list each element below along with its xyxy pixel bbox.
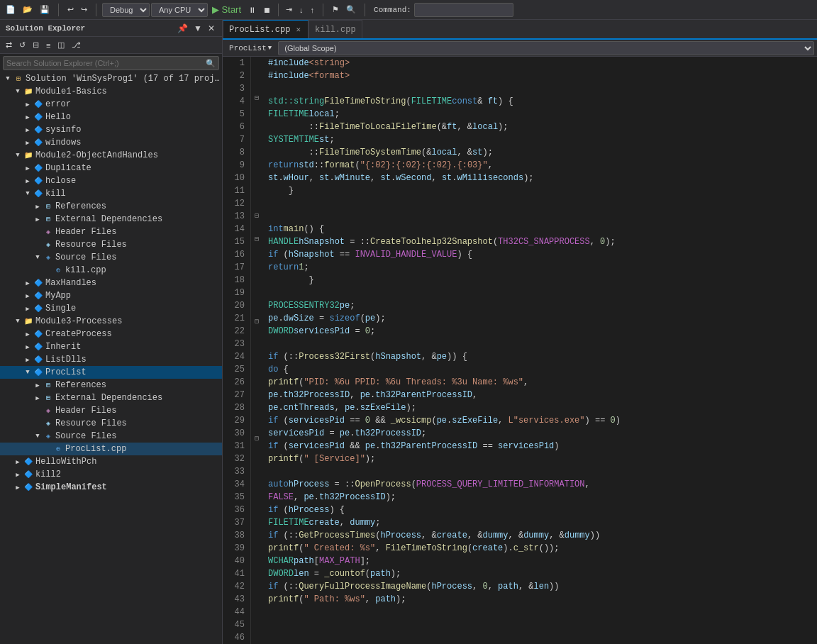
tree-label: Module3-Processes bbox=[35, 316, 122, 326]
code-line-20: PROCESSENTRY32 pe; bbox=[268, 299, 817, 312]
code-line-33 bbox=[268, 465, 817, 478]
tree-item-maxhandles[interactable]: ▶ 🔷 MaxHandles bbox=[0, 277, 222, 289]
gutter-collapse-main[interactable]: ⊟ bbox=[251, 209, 262, 221]
project-icon: 🔷 bbox=[33, 367, 44, 378]
bookmark-btn[interactable]: ⚑ bbox=[329, 4, 342, 16]
tree-item-proclist[interactable]: ▼ 🔷 ProcList bbox=[0, 366, 222, 379]
project-icon: 🔷 bbox=[23, 469, 34, 480]
tree-item-kill-source[interactable]: ▼ ◈ Source Files bbox=[0, 251, 222, 264]
tree-item-createprocess[interactable]: ▶ 🔷 CreateProcess bbox=[0, 328, 222, 340]
tree-item-kill-references[interactable]: ▶ ⊞ References bbox=[0, 200, 222, 213]
step-out-btn[interactable]: ↑ bbox=[308, 4, 318, 16]
redo-btn[interactable]: ↪ bbox=[78, 4, 90, 16]
gutter-collapse-func[interactable]: ⊟ bbox=[251, 92, 262, 104]
tree-label: Duplicate bbox=[45, 163, 91, 173]
stop-btn[interactable]: ⏹ bbox=[260, 4, 274, 16]
props-btn[interactable]: ≡ bbox=[43, 40, 53, 51]
breadcrumb-proclist[interactable]: ProcList ▼ bbox=[226, 41, 275, 55]
tree-label: sysinfo bbox=[45, 125, 81, 135]
tree-item-module1[interactable]: ▼ 📁 Module1-Basics bbox=[0, 85, 222, 98]
tree-item-solution[interactable]: ▼ ⊞ Solution 'WinSysProg1' (17 of 17 pro… bbox=[0, 72, 222, 85]
code-line-23 bbox=[268, 338, 817, 350]
expand-icon: ▶ bbox=[23, 342, 33, 352]
tree-item-hclose[interactable]: ▶ 🔷 hclose bbox=[0, 174, 222, 187]
gutter-collapse-if1[interactable]: ⊟ bbox=[251, 233, 262, 245]
expand-icon: ▶ bbox=[13, 482, 23, 492]
tab-proclist[interactable]: ProcList.cpp ✕ bbox=[223, 20, 309, 38]
tree-item-proclist-cpp[interactable]: ⊕ ProcList.cpp bbox=[0, 443, 222, 455]
sep2 bbox=[96, 4, 96, 16]
expand-icon: ▼ bbox=[23, 367, 33, 377]
step-into-btn[interactable]: ↓ bbox=[296, 4, 306, 16]
tree-item-kill-headers[interactable]: ◈ Header Files bbox=[0, 226, 222, 238]
gutter-20 bbox=[251, 327, 262, 339]
start-button[interactable]: ▶ Start bbox=[209, 3, 244, 16]
tree-item-proclist-references[interactable]: ▶ ⊞ References bbox=[0, 379, 222, 392]
tree-item-inherit[interactable]: ▶ 🔷 Inherit bbox=[0, 340, 222, 353]
collapse-panel-btn[interactable]: ▼ bbox=[192, 23, 204, 33]
pin-btn[interactable]: 📌 bbox=[176, 23, 189, 33]
tree-item-duplicate[interactable]: ▶ 🔷 Duplicate bbox=[0, 162, 222, 174]
code-line-19 bbox=[268, 287, 817, 299]
cpu-dropdown[interactable]: Any CPU bbox=[151, 3, 208, 17]
tab-close-proclist[interactable]: ✕ bbox=[294, 25, 302, 34]
tree-item-hello[interactable]: ▶ 🔷 Hello bbox=[0, 111, 222, 123]
collapse-all-btn[interactable]: ⊟ bbox=[30, 39, 42, 51]
tree-item-kill[interactable]: ▼ 🔷 kill bbox=[0, 187, 222, 200]
tree-item-proclist-extdep[interactable]: ▶ ⊞ External Dependencies bbox=[0, 392, 222, 404]
expand-icon: ▶ bbox=[33, 393, 43, 403]
code-line-42: if (::QueryFullProcessImageName(hProcess… bbox=[268, 580, 817, 593]
command-input[interactable] bbox=[414, 3, 513, 17]
gutter-27 bbox=[251, 409, 262, 421]
code-line-25: do { bbox=[268, 363, 817, 376]
tree-item-listdlls[interactable]: ▶ 🔷 ListDlls bbox=[0, 353, 222, 366]
tree-item-myapp[interactable]: ▶ 🔷 MyApp bbox=[0, 289, 222, 302]
new-file-btn[interactable]: 📄 bbox=[3, 4, 18, 16]
code-content[interactable]: #include <string> #include <format>std::… bbox=[262, 57, 817, 644]
tree-item-windows[interactable]: ▶ 🔷 windows bbox=[0, 136, 222, 149]
tree-item-kill2[interactable]: ▶ 🔷 kill2 bbox=[0, 468, 222, 481]
step-over-btn[interactable]: ⇥ bbox=[283, 4, 295, 16]
sync-btn[interactable]: ⇄ bbox=[3, 39, 15, 51]
tree-item-hellowithpch[interactable]: ▶ 🔷 HelloWithPch bbox=[0, 455, 222, 468]
tree-item-kill-resources[interactable]: ◈ Resource Files bbox=[0, 238, 222, 251]
tree-item-module2[interactable]: ▼ 📁 Module2-ObjectAndHandles bbox=[0, 149, 222, 162]
save-btn[interactable]: 💾 bbox=[37, 4, 52, 16]
undo-btn[interactable]: ↩ bbox=[65, 4, 77, 16]
gutter-31 bbox=[251, 468, 262, 480]
code-line-24: if (::Process32First(hSnapshot, &pe)) { bbox=[268, 350, 817, 363]
tree-item-proclist-headers[interactable]: ◈ Header Files bbox=[0, 404, 222, 417]
code-line-43: printf(" Path: %ws", path); bbox=[268, 593, 817, 606]
tree-item-single[interactable]: ▶ 🔷 Single bbox=[0, 302, 222, 315]
tree-item-error[interactable]: ▶ 🔷 error bbox=[0, 98, 222, 111]
search-btn[interactable]: 🔍 bbox=[343, 4, 359, 16]
view-btn[interactable]: ◫ bbox=[55, 39, 67, 51]
gutter-collapse-if2[interactable]: ⊟ bbox=[251, 315, 262, 327]
close-panel-btn[interactable]: ✕ bbox=[206, 23, 216, 33]
search-input[interactable] bbox=[6, 59, 206, 67]
gutter-3 bbox=[251, 80, 262, 92]
expand-icon: ▶ bbox=[23, 112, 33, 122]
open-btn[interactable]: 📂 bbox=[20, 4, 35, 16]
gutter-collapse-if3[interactable]: ⊟ bbox=[251, 433, 262, 445]
gutter-33 bbox=[251, 492, 262, 504]
code-line-9: return std::format("{:02}:{:02}:{:02}.{:… bbox=[268, 159, 817, 172]
refresh-btn[interactable]: ↺ bbox=[16, 39, 28, 51]
code-area[interactable]: 1 2 3 4 5 6 7 8 9 10 11 12 13 14 15 16 1… bbox=[223, 57, 817, 644]
tree-item-kill-extdep[interactable]: ▶ ⊞ External Dependencies bbox=[0, 213, 222, 226]
tree-item-proclist-source[interactable]: ▼ ◈ Source Files bbox=[0, 430, 222, 443]
header-icon: ◈ bbox=[43, 405, 54, 416]
pause-btn[interactable]: ⏸ bbox=[245, 4, 259, 16]
gutter-29 bbox=[251, 445, 262, 457]
breadcrumb-scope-dropdown[interactable]: (Global Scope) bbox=[278, 41, 814, 55]
tree-item-sysinfo[interactable]: ▶ 🔷 sysinfo bbox=[0, 123, 222, 136]
tab-kill[interactable]: kill.cpp bbox=[309, 20, 362, 38]
tree-item-kill-cpp[interactable]: ⊕ kill.cpp bbox=[0, 264, 222, 277]
tree-item-module3[interactable]: ▼ 📁 Module3-Processes bbox=[0, 315, 222, 328]
debug-config-dropdown[interactable]: Debug bbox=[102, 3, 150, 17]
tree-item-proclist-resources[interactable]: ◈ Resource Files bbox=[0, 417, 222, 430]
tree-label: ProcList.cpp bbox=[65, 444, 126, 454]
tree-item-simplemanifest[interactable]: ▶ 🔷 SimpleManifest bbox=[0, 481, 222, 494]
edit-toolbar: ↩ ↪ bbox=[65, 4, 90, 16]
git-btn[interactable]: ⎇ bbox=[69, 39, 84, 51]
